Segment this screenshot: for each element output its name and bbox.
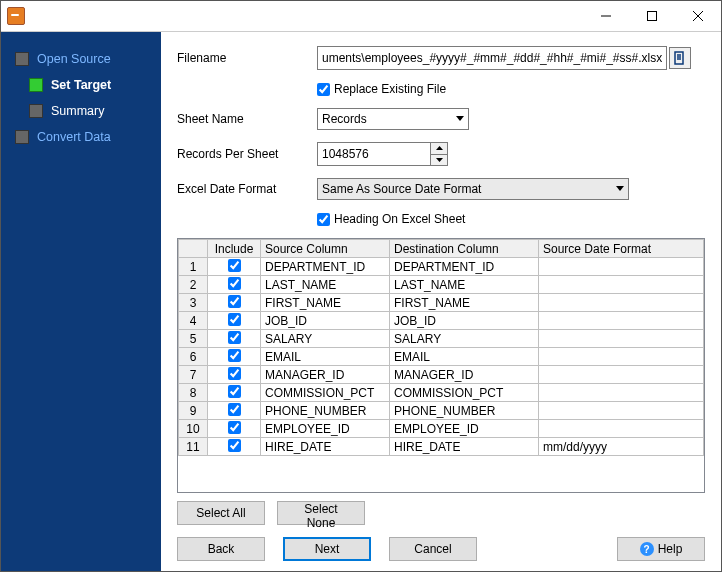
include-checkbox[interactable] xyxy=(228,385,241,398)
header-rownum[interactable] xyxy=(179,240,208,258)
destination-column-cell[interactable]: HIRE_DATE xyxy=(390,438,539,456)
select-all-button[interactable]: Select All xyxy=(177,501,265,525)
table-row[interactable]: 5SALARYSALARY xyxy=(179,330,704,348)
destination-column-cell[interactable]: COMMISSION_PCT xyxy=(390,384,539,402)
sheetname-combo[interactable]: Records xyxy=(317,108,469,130)
destination-column-cell[interactable]: MANAGER_ID xyxy=(390,366,539,384)
row-number: 7 xyxy=(179,366,208,384)
source-column-cell[interactable]: JOB_ID xyxy=(261,312,390,330)
filename-input[interactable] xyxy=(317,46,667,70)
table-row[interactable]: 3FIRST_NAMEFIRST_NAME xyxy=(179,294,704,312)
include-cell xyxy=(208,258,261,276)
source-column-cell[interactable]: HIRE_DATE xyxy=(261,438,390,456)
include-checkbox[interactable] xyxy=(228,439,241,452)
include-cell xyxy=(208,294,261,312)
source-date-format-cell[interactable]: mm/dd/yyyy xyxy=(539,438,704,456)
source-date-format-cell[interactable] xyxy=(539,276,704,294)
heading-checkbox[interactable] xyxy=(317,213,330,226)
row-number: 4 xyxy=(179,312,208,330)
step-set-target[interactable]: Set Target xyxy=(15,72,161,98)
step-summary[interactable]: Summary xyxy=(15,98,161,124)
filename-label: Filename xyxy=(177,51,317,65)
source-date-format-cell[interactable] xyxy=(539,420,704,438)
cancel-button[interactable]: Cancel xyxy=(389,537,477,561)
replace-existing-label: Replace Existing File xyxy=(334,82,446,96)
include-checkbox[interactable] xyxy=(228,259,241,272)
records-per-sheet-spinner[interactable] xyxy=(317,142,448,166)
include-checkbox[interactable] xyxy=(228,313,241,326)
include-checkbox[interactable] xyxy=(228,349,241,362)
close-button[interactable] xyxy=(675,1,721,31)
help-button[interactable]: ? Help xyxy=(617,537,705,561)
select-none-button[interactable]: Select None xyxy=(277,501,365,525)
include-checkbox[interactable] xyxy=(228,421,241,434)
destination-column-cell[interactable]: FIRST_NAME xyxy=(390,294,539,312)
spinner-up-button[interactable] xyxy=(431,143,447,155)
header-dest[interactable]: Destination Column xyxy=(390,240,539,258)
source-date-format-cell[interactable] xyxy=(539,402,704,420)
chevron-down-icon xyxy=(612,179,628,199)
source-column-cell[interactable]: SALARY xyxy=(261,330,390,348)
destination-column-cell[interactable]: LAST_NAME xyxy=(390,276,539,294)
source-date-format-cell[interactable] xyxy=(539,366,704,384)
browse-file-button[interactable] xyxy=(669,47,691,69)
destination-column-cell[interactable]: PHONE_NUMBER xyxy=(390,402,539,420)
include-checkbox[interactable] xyxy=(228,277,241,290)
destination-column-cell[interactable]: SALARY xyxy=(390,330,539,348)
spinner-down-button[interactable] xyxy=(431,155,447,166)
table-row[interactable]: 9PHONE_NUMBERPHONE_NUMBER xyxy=(179,402,704,420)
table-row[interactable]: 6EMAILEMAIL xyxy=(179,348,704,366)
source-column-cell[interactable]: DEPARTMENT_ID xyxy=(261,258,390,276)
header-source[interactable]: Source Column xyxy=(261,240,390,258)
maximize-button[interactable] xyxy=(629,1,675,31)
source-date-format-cell[interactable] xyxy=(539,312,704,330)
step-box-icon xyxy=(29,78,43,92)
include-checkbox[interactable] xyxy=(228,331,241,344)
destination-column-cell[interactable]: EMPLOYEE_ID xyxy=(390,420,539,438)
minimize-button[interactable] xyxy=(583,1,629,31)
dateformat-combo[interactable]: Same As Source Date Format xyxy=(317,178,629,200)
source-column-cell[interactable]: LAST_NAME xyxy=(261,276,390,294)
table-row[interactable]: 4JOB_IDJOB_ID xyxy=(179,312,704,330)
source-column-cell[interactable]: EMAIL xyxy=(261,348,390,366)
table-row[interactable]: 2LAST_NAMELAST_NAME xyxy=(179,276,704,294)
include-checkbox[interactable] xyxy=(228,403,241,416)
destination-column-cell[interactable]: EMAIL xyxy=(390,348,539,366)
source-column-cell[interactable]: PHONE_NUMBER xyxy=(261,402,390,420)
table-row[interactable]: 7MANAGER_IDMANAGER_ID xyxy=(179,366,704,384)
destination-column-cell[interactable]: DEPARTMENT_ID xyxy=(390,258,539,276)
source-date-format-cell[interactable] xyxy=(539,258,704,276)
source-date-format-cell[interactable] xyxy=(539,294,704,312)
svg-marker-10 xyxy=(436,158,443,162)
source-column-cell[interactable]: MANAGER_ID xyxy=(261,366,390,384)
source-date-format-cell[interactable] xyxy=(539,384,704,402)
table-row[interactable]: 1DEPARTMENT_IDDEPARTMENT_ID xyxy=(179,258,704,276)
help-icon: ? xyxy=(640,542,654,556)
back-button[interactable]: Back xyxy=(177,537,265,561)
include-checkbox[interactable] xyxy=(228,367,241,380)
header-include[interactable]: Include xyxy=(208,240,261,258)
table-row[interactable]: 8COMMISSION_PCTCOMMISSION_PCT xyxy=(179,384,704,402)
source-column-cell[interactable]: EMPLOYEE_ID xyxy=(261,420,390,438)
step-open-source[interactable]: Open Source xyxy=(1,46,161,72)
include-cell xyxy=(208,348,261,366)
replace-existing-checkbox[interactable] xyxy=(317,83,330,96)
source-date-format-cell[interactable] xyxy=(539,330,704,348)
step-convert-data[interactable]: Convert Data xyxy=(1,124,161,150)
destination-column-cell[interactable]: JOB_ID xyxy=(390,312,539,330)
include-checkbox[interactable] xyxy=(228,295,241,308)
row-number: 11 xyxy=(179,438,208,456)
source-date-format-cell[interactable] xyxy=(539,348,704,366)
source-column-cell[interactable]: COMMISSION_PCT xyxy=(261,384,390,402)
header-format[interactable]: Source Date Format xyxy=(539,240,704,258)
source-column-cell[interactable]: FIRST_NAME xyxy=(261,294,390,312)
next-button[interactable]: Next xyxy=(283,537,371,561)
table-row[interactable]: 10EMPLOYEE_IDEMPLOYEE_ID xyxy=(179,420,704,438)
application-window: Open Source Set Target Summary Convert D… xyxy=(0,0,722,572)
row-number: 3 xyxy=(179,294,208,312)
records-input[interactable] xyxy=(318,143,430,165)
table-row[interactable]: 11HIRE_DATEHIRE_DATEmm/dd/yyyy xyxy=(179,438,704,456)
row-number: 2 xyxy=(179,276,208,294)
records-label: Records Per Sheet xyxy=(177,147,317,161)
row-number: 10 xyxy=(179,420,208,438)
